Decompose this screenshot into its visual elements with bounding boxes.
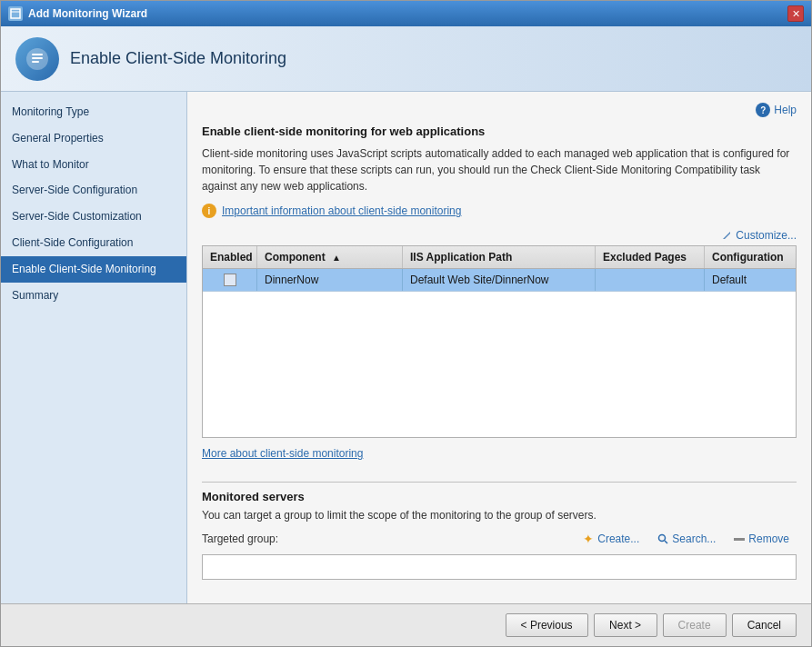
info-link[interactable]: Important information about client-side … (222, 204, 461, 217)
info-icon: i (202, 204, 216, 218)
remove-button[interactable]: Remove (727, 530, 797, 548)
table-header: Enabled Component ▲ IIS Application Path… (203, 246, 796, 269)
svg-point-6 (659, 535, 666, 542)
row-component-cell: DinnerNow (257, 269, 403, 291)
remove-icon (734, 538, 745, 541)
sidebar-item-enable-client-side-monitoring[interactable]: Enable Client-Side Monitoring (1, 256, 186, 283)
sidebar-item-general-properties[interactable]: General Properties (1, 125, 186, 152)
window-icon (8, 6, 23, 21)
row-iis-path-cell: Default Web Site/DinnerNow (403, 269, 596, 291)
svg-rect-3 (32, 54, 43, 55)
table-row[interactable]: DinnerNow Default Web Site/DinnerNow Def… (203, 269, 796, 292)
main-panel: ? Help Enable client-side monitoring for… (187, 92, 811, 603)
sidebar-item-server-side-configuration[interactable]: Server-Side Configuration (1, 177, 186, 204)
title-bar-left: Add Monitoring Wizard (8, 6, 147, 21)
customize-link[interactable]: Customize... (721, 229, 797, 242)
col-configuration: Configuration (705, 246, 796, 268)
help-link[interactable]: ? Help (756, 103, 797, 117)
sidebar-item-summary[interactable]: Summary (1, 283, 186, 309)
previous-button[interactable]: < Previous (506, 613, 588, 637)
more-link[interactable]: More about client-side monitoring (202, 447, 797, 460)
header-banner: Enable Client-Side Monitoring (1, 26, 811, 92)
customize-row: Customize... (202, 229, 797, 242)
sidebar-item-monitoring-type[interactable]: Monitoring Type (1, 99, 186, 125)
window-title: Add Monitoring Wizard (28, 7, 147, 20)
targeted-group-row: Targeted group: ✦ Create... Search... (202, 529, 797, 549)
header-icon (15, 37, 59, 81)
content-area: Monitoring Type General Properties What … (1, 92, 811, 603)
col-excluded-pages: Excluded Pages (596, 246, 705, 268)
sort-arrow: ▲ (332, 253, 341, 263)
header-title: Enable Client-Side Monitoring (70, 49, 286, 68)
close-button[interactable]: ✕ (787, 5, 804, 22)
search-button[interactable]: Search... (650, 530, 723, 548)
next-button[interactable]: Next > (594, 613, 657, 637)
row-enabled-cell[interactable] (203, 269, 257, 291)
table-empty-area (203, 292, 796, 437)
customize-icon (721, 230, 732, 241)
row-configuration-cell: Default (705, 269, 796, 291)
section-title: Enable client-side monitoring for web ap… (202, 124, 797, 138)
sidebar-item-server-side-customization[interactable]: Server-Side Customization (1, 204, 186, 230)
enabled-checkbox[interactable] (224, 274, 236, 286)
footer: < Previous Next > Create Cancel (1, 603, 811, 646)
section-divider (202, 482, 797, 483)
description-text: Client-side monitoring uses JavaScript s… (202, 145, 797, 194)
svg-rect-4 (32, 57, 43, 59)
monitored-desc: You can target a group to limit the scop… (202, 509, 797, 522)
help-label: Help (774, 104, 797, 116)
row-excluded-pages-cell (596, 269, 705, 291)
svg-rect-5 (32, 61, 39, 63)
sidebar-item-client-side-configuration[interactable]: Client-Side Configuration (1, 230, 186, 256)
svg-rect-0 (11, 9, 20, 18)
search-icon (657, 533, 668, 544)
help-row: ? Help (202, 103, 797, 117)
applications-table: Enabled Component ▲ IIS Application Path… (202, 245, 797, 438)
action-buttons-row: ✦ Create... Search... Remove (576, 529, 797, 549)
create-button[interactable]: ✦ Create... (576, 529, 647, 549)
monitored-servers-title: Monitored servers (202, 490, 797, 503)
info-link-row: i Important information about client-sid… (202, 204, 797, 218)
wizard-window: Add Monitoring Wizard ✕ Enable Client-Si… (0, 0, 812, 647)
col-iis-path: IIS Application Path (403, 246, 596, 268)
svg-line-7 (665, 541, 667, 543)
help-icon: ? (756, 103, 770, 117)
title-bar: Add Monitoring Wizard ✕ (1, 1, 811, 26)
targeted-label: Targeted group: (202, 533, 278, 545)
create-star-icon: ✦ (583, 532, 594, 546)
col-component: Component ▲ (257, 246, 403, 268)
cancel-button[interactable]: Cancel (732, 613, 797, 637)
sidebar-item-what-to-monitor[interactable]: What to Monitor (1, 152, 186, 178)
sidebar: Monitoring Type General Properties What … (1, 92, 187, 603)
col-enabled: Enabled (203, 246, 257, 268)
targeted-input[interactable] (202, 554, 797, 580)
create-footer-button[interactable]: Create (663, 613, 727, 637)
